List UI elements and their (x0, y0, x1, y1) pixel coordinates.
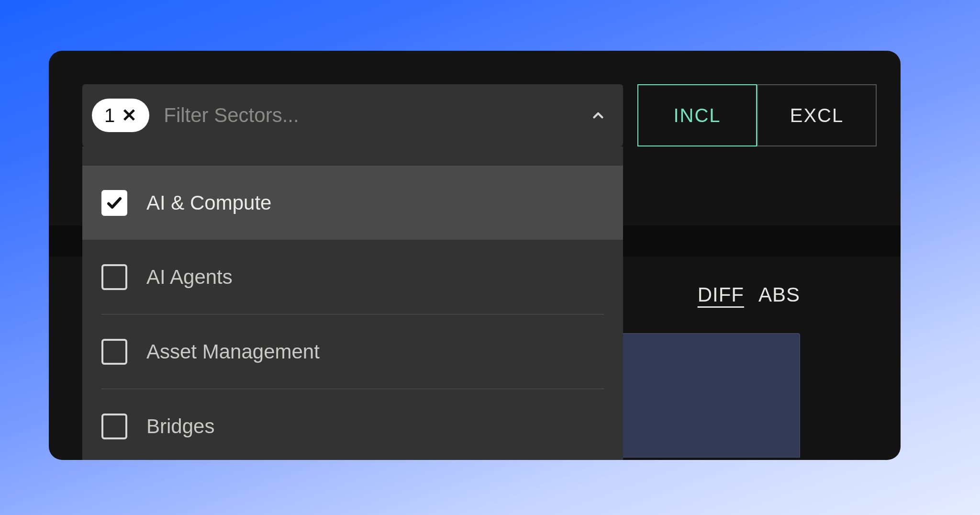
sector-option-label: Asset Management (146, 340, 320, 363)
clear-selection-icon[interactable]: ✕ (122, 106, 137, 124)
sector-option-label: AI & Compute (146, 191, 271, 214)
include-exclude-toggle: INCL EXCL (637, 84, 877, 146)
selection-count-chip[interactable]: 1 ✕ (92, 99, 149, 132)
sector-option[interactable]: AI Agents (82, 240, 623, 314)
include-button[interactable]: INCL (637, 84, 757, 146)
sector-option[interactable]: Bridges (82, 389, 623, 460)
sector-option-label: Bridges (146, 415, 214, 438)
sector-option[interactable]: AI & Compute (82, 166, 623, 240)
selection-count: 1 (104, 105, 115, 126)
mode-abs[interactable]: ABS (758, 283, 800, 306)
checkbox-unchecked-icon[interactable] (101, 339, 127, 365)
exclude-button[interactable]: EXCL (757, 84, 877, 146)
chevron-up-icon[interactable] (589, 106, 608, 125)
checkbox-checked-icon[interactable] (101, 190, 127, 216)
filter-placeholder: Filter Sectors... (164, 104, 589, 127)
sector-filter-combobox[interactable]: 1 ✕ Filter Sectors... (82, 84, 623, 146)
checkbox-unchecked-icon[interactable] (101, 414, 127, 439)
filter-panel: DIFF ABS 1 ✕ Filter Sectors... INCL EXC (49, 51, 901, 460)
sector-option[interactable]: Asset Management (82, 314, 623, 389)
mode-diff[interactable]: DIFF (698, 283, 744, 306)
checkbox-unchecked-icon[interactable] (101, 264, 127, 290)
sector-option-label: AI Agents (146, 266, 233, 289)
filter-bar: 1 ✕ Filter Sectors... INCL EXCL (82, 84, 867, 146)
sector-dropdown: AI & ComputeAI AgentsAsset ManagementBri… (82, 146, 623, 460)
